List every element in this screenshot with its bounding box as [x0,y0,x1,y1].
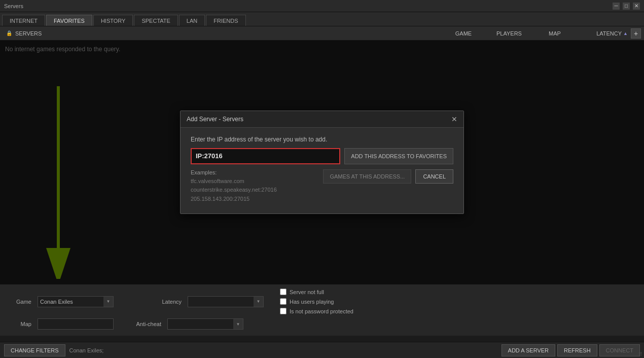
dialog-titlebar: Add Server - Servers ✕ [181,111,463,128]
window-controls: ─ □ ✕ [613,3,640,10]
server-not-full-checkbox[interactable] [280,289,287,295]
anticheat-select[interactable] [167,318,243,330]
col-header-players[interactable]: PLAYERS [489,30,529,37]
game-filter-label: Game [6,299,31,305]
cancel-button[interactable]: CANCEL [415,169,453,184]
window-title: Servers [4,3,23,9]
dialog-description: Enter the IP address of the server you w… [191,136,453,143]
tab-lan[interactable]: LAN [179,15,205,26]
server-not-full-label: Server not full [290,289,324,295]
column-headers: 🔒 SERVERS GAME PLAYERS MAP LATENCY ▲ + [0,26,644,41]
change-filters-button[interactable]: CHANGE FILTERS [4,344,65,356]
not-password-protected-label: Is not password protected [290,308,353,314]
col-header-game[interactable]: GAME [438,30,489,37]
action-bar: CHANGE FILTERS Conan Exiles; ADD A SERVE… [0,342,644,358]
map-filter-input[interactable] [38,318,114,330]
connect-button[interactable]: CONNECT [599,344,640,356]
filter-row-2: Map Anti-cheat ▼ [6,318,638,330]
restore-button[interactable]: □ [623,3,630,10]
minimize-button[interactable]: ─ [613,3,620,10]
dialog-title: Add Server - Servers [187,116,243,123]
latency-filter-label: Latency [156,299,182,305]
col-header-servers[interactable]: 🔒 SERVERS [3,30,438,37]
examples-section: Examples: tfc.valvesoftware.com counters… [191,169,453,204]
checkbox-not-full-row: Server not full [280,289,353,295]
add-server-dialog: Add Server - Servers ✕ Enter the IP addr… [180,111,464,214]
anticheat-select-wrapper: ▼ [167,318,243,330]
checkboxes: Server not full Has users playing Is not… [280,289,353,314]
title-bar: Servers ─ □ ✕ [0,0,644,12]
has-users-playing-checkbox[interactable] [280,298,287,305]
checkbox-users-playing-row: Has users playing [280,298,353,305]
filter-bar: Game Conan Exiles ▼ Latency ▼ Server not… [0,284,644,336]
dialog-overlay: Add Server - Servers ✕ Enter the IP addr… [0,41,644,284]
add-server-button[interactable]: ADD A SERVER [502,344,556,356]
tab-friends[interactable]: FRIENDS [206,15,245,26]
map-filter-label: Map [6,321,31,327]
tab-history[interactable]: HISTORY [93,15,133,26]
lock-icon: 🔒 [6,30,12,36]
action-bar-right: ADD A SERVER REFRESH CONNECT [502,344,640,356]
examples-label: Examples: [191,169,318,175]
dialog-actions: GAMES AT THIS ADDRESS... CANCEL [323,169,453,184]
latency-select[interactable] [188,296,264,307]
filter-status-text: Conan Exiles; [69,347,104,353]
col-header-map[interactable]: MAP [529,30,580,37]
dialog-close-button[interactable]: ✕ [451,115,457,123]
anticheat-filter-label: Anti-cheat [136,321,161,327]
latency-select-wrapper: ▼ [188,296,264,307]
find-games-button[interactable]: GAMES AT THIS ADDRESS... [323,169,411,184]
examples-text: Examples: tfc.valvesoftware.com counters… [191,169,318,204]
main-content: No internet games responded to the query… [0,41,644,284]
tab-spectate[interactable]: SPECTATE [134,15,177,26]
col-servers-label: SERVERS [15,30,42,37]
tabs-bar: INTERNET FAVORITES HISTORY SPECTATE LAN … [0,12,644,26]
example-3: 205.158.143.200:27015 [191,195,318,204]
example-1: tfc.valvesoftware.com [191,177,318,186]
game-select-wrapper: Conan Exiles ▼ [38,296,114,307]
game-select[interactable]: Conan Exiles [38,296,114,307]
action-bar-left: CHANGE FILTERS Conan Exiles; [4,344,103,356]
example-2: counterstrike.speakeasy.net:27016 [191,186,318,195]
add-column-button[interactable]: + [631,28,641,39]
refresh-button[interactable]: REFRESH [557,344,597,356]
close-button[interactable]: ✕ [633,3,640,10]
not-password-protected-checkbox[interactable] [280,308,287,314]
ip-input-row: ADD THIS ADDRESS TO FAVORITES [191,148,453,164]
sort-arrow-icon: ▲ [623,31,628,36]
filter-row-1: Game Conan Exiles ▼ Latency ▼ Server not… [6,289,638,314]
checkbox-not-password-row: Is not password protected [280,308,353,314]
tab-internet[interactable]: INTERNET [2,15,45,26]
ip-address-input[interactable] [191,148,340,164]
tab-favorites[interactable]: FAVORITES [46,15,92,26]
has-users-playing-label: Has users playing [290,299,334,305]
resize-handle-icon[interactable]: ⠿ [638,351,642,357]
add-to-favorites-button[interactable]: ADD THIS ADDRESS TO FAVORITES [344,148,453,164]
dialog-body: Enter the IP address of the server you w… [181,128,463,214]
col-header-latency[interactable]: LATENCY ▲ [580,30,631,37]
